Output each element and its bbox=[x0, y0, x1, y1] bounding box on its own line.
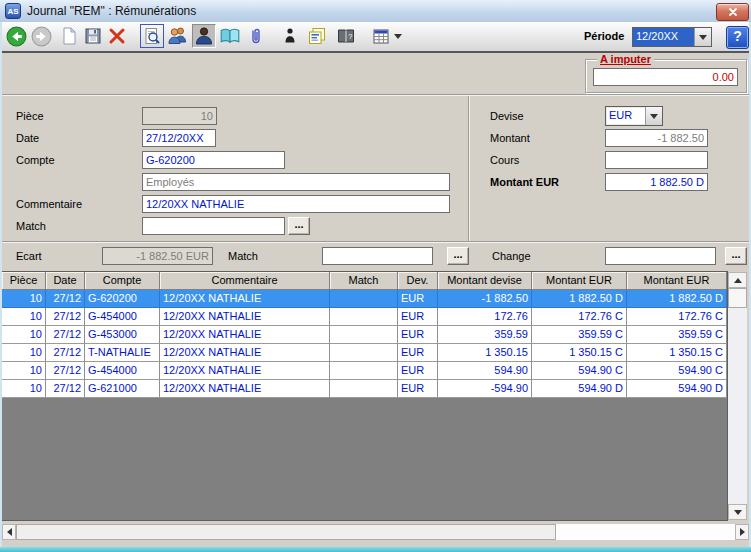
reference-button[interactable]: ? bbox=[334, 24, 358, 48]
date-field[interactable]: 27/12/20XX bbox=[142, 129, 216, 147]
scroll-down-button[interactable] bbox=[728, 504, 747, 520]
table-row-4[interactable]: 1027/12T-NATHALIE12/20XX NATHALIEEUR1 35… bbox=[2, 344, 727, 362]
horizontal-scroll-thumb[interactable] bbox=[16, 524, 556, 540]
commentaire-label: Commentaire bbox=[16, 198, 82, 210]
imputer-amount-field: 0.00 bbox=[593, 68, 738, 86]
table-cell: EUR bbox=[398, 308, 438, 326]
montant-eur-label: Montant EUR bbox=[490, 176, 559, 188]
table-cell: 10 bbox=[2, 362, 46, 380]
table-cell: G-453000 bbox=[85, 326, 160, 344]
save-button[interactable] bbox=[81, 24, 105, 48]
periode-value[interactable]: 12/20XX bbox=[633, 28, 694, 46]
match-label: Match bbox=[16, 220, 46, 232]
compte-name-field: Employés bbox=[142, 173, 450, 191]
devise-combobox[interactable]: EUR bbox=[605, 106, 663, 126]
montant-eur-field[interactable]: 1 882.50 D bbox=[605, 173, 708, 191]
ecart-match-label: Match bbox=[228, 250, 258, 262]
preview-button[interactable] bbox=[140, 24, 164, 48]
scroll-right-button[interactable] bbox=[735, 524, 749, 540]
devise-value[interactable]: EUR bbox=[606, 107, 645, 125]
person-icon bbox=[282, 27, 298, 45]
imputer-label: A imputer bbox=[597, 53, 654, 65]
reference-book-icon: ? bbox=[336, 26, 356, 46]
divider bbox=[2, 241, 749, 243]
table-cell: EUR bbox=[398, 344, 438, 362]
app-icon[interactable]: AS bbox=[5, 3, 21, 19]
table-cell: 594.90 D bbox=[627, 380, 727, 398]
table-row-1[interactable]: 1027/12G-62020012/20XX NATHALIEEUR-1 882… bbox=[2, 290, 727, 308]
ecart-match-browse-button[interactable]: ... bbox=[447, 247, 469, 265]
periode-dropdown-button[interactable] bbox=[694, 28, 711, 46]
help-button[interactable]: ? bbox=[726, 26, 749, 49]
change-label: Change bbox=[492, 250, 531, 262]
match-browse-button[interactable]: ... bbox=[288, 217, 310, 235]
column-header-commentaire[interactable]: Commentaire bbox=[160, 272, 330, 290]
table-header: Pièce Date Compte Commentaire Match Dev.… bbox=[2, 272, 727, 290]
table-cell: EUR bbox=[398, 380, 438, 398]
column-header-date[interactable]: Date bbox=[46, 272, 85, 290]
vertical-scroll-thumb[interactable] bbox=[728, 288, 747, 308]
table-cell: G-454000 bbox=[85, 362, 160, 380]
table-cell: 27/12 bbox=[46, 362, 85, 380]
column-header-montant-eur-1[interactable]: Montant EUR bbox=[532, 272, 627, 290]
horizontal-scrollbar[interactable] bbox=[2, 524, 749, 540]
column-header-piece[interactable]: Pièce bbox=[2, 272, 46, 290]
attachment-button[interactable] bbox=[244, 24, 268, 48]
match-field[interactable] bbox=[142, 217, 285, 235]
form-button[interactable] bbox=[305, 24, 329, 48]
new-button[interactable] bbox=[57, 24, 81, 48]
table-cell: 10 bbox=[2, 326, 46, 344]
table-cell: 594.90 D bbox=[532, 380, 627, 398]
table-cell: 27/12 bbox=[46, 290, 85, 308]
change-field[interactable] bbox=[605, 247, 716, 265]
column-header-montant-devise[interactable]: Montant devise bbox=[438, 272, 532, 290]
table-cell: 27/12 bbox=[46, 380, 85, 398]
back-button[interactable] bbox=[4, 24, 28, 48]
delete-button[interactable] bbox=[105, 24, 129, 48]
montant-label: Montant bbox=[490, 132, 530, 144]
back-icon bbox=[6, 26, 27, 47]
table-cell: 172.76 C bbox=[532, 308, 627, 326]
table-row-5[interactable]: 1027/12G-45400012/20XX NATHALIEEUR594.90… bbox=[2, 362, 727, 380]
users-group-icon bbox=[167, 25, 189, 47]
table-cell: 594.90 bbox=[438, 362, 532, 380]
grid-button[interactable] bbox=[370, 24, 404, 48]
column-header-compte[interactable]: Compte bbox=[85, 272, 160, 290]
cours-field[interactable] bbox=[605, 151, 708, 169]
scroll-left-button[interactable] bbox=[2, 524, 16, 540]
table-cell bbox=[330, 290, 398, 308]
table-cell: 12/20XX NATHALIE bbox=[160, 326, 330, 344]
column-header-montant-eur-2[interactable]: Montant EUR bbox=[627, 272, 727, 290]
toolbar: ? Période 12/20XX ? bbox=[0, 22, 751, 53]
horizontal-scroll-track[interactable] bbox=[556, 524, 735, 540]
table-cell: 27/12 bbox=[46, 326, 85, 344]
column-header-match[interactable]: Match bbox=[330, 272, 398, 290]
column-header-dev[interactable]: Dev. bbox=[398, 272, 438, 290]
scroll-up-button[interactable] bbox=[728, 272, 747, 288]
person-button[interactable] bbox=[278, 24, 302, 48]
commentaire-field[interactable]: 12/20XX NATHALIE bbox=[142, 195, 450, 213]
book-button[interactable] bbox=[218, 24, 242, 48]
periode-combobox[interactable]: 12/20XX bbox=[632, 27, 712, 47]
table-cell: 27/12 bbox=[46, 308, 85, 326]
table-cell bbox=[330, 380, 398, 398]
vertical-scrollbar[interactable] bbox=[728, 272, 747, 520]
window-frame-bottom bbox=[0, 547, 751, 552]
users-button[interactable] bbox=[166, 24, 190, 48]
delete-icon bbox=[107, 26, 127, 46]
table-cell: 10 bbox=[2, 380, 46, 398]
ecart-field: -1 882.50 EUR bbox=[102, 247, 213, 265]
table-row-3[interactable]: 1027/12G-45300012/20XX NATHALIEEUR359.59… bbox=[2, 326, 727, 344]
table-cell: 594.90 C bbox=[627, 362, 727, 380]
table-cell: 1 882.50 D bbox=[627, 290, 727, 308]
table-row-6[interactable]: 1027/12G-62100012/20XX NATHALIEEUR-594.9… bbox=[2, 380, 727, 398]
compte-field[interactable]: G-620200 bbox=[142, 151, 285, 169]
ecart-match-field[interactable] bbox=[322, 247, 433, 265]
change-browse-button[interactable]: ... bbox=[725, 247, 747, 265]
table-row-2[interactable]: 1027/12G-45400012/20XX NATHALIEEUR172.76… bbox=[2, 308, 727, 326]
devise-dropdown-button[interactable] bbox=[645, 107, 662, 125]
forward-button[interactable] bbox=[29, 24, 53, 48]
close-button[interactable] bbox=[716, 3, 749, 21]
ecart-label: Ecart bbox=[16, 250, 42, 262]
user-button[interactable] bbox=[192, 24, 216, 48]
